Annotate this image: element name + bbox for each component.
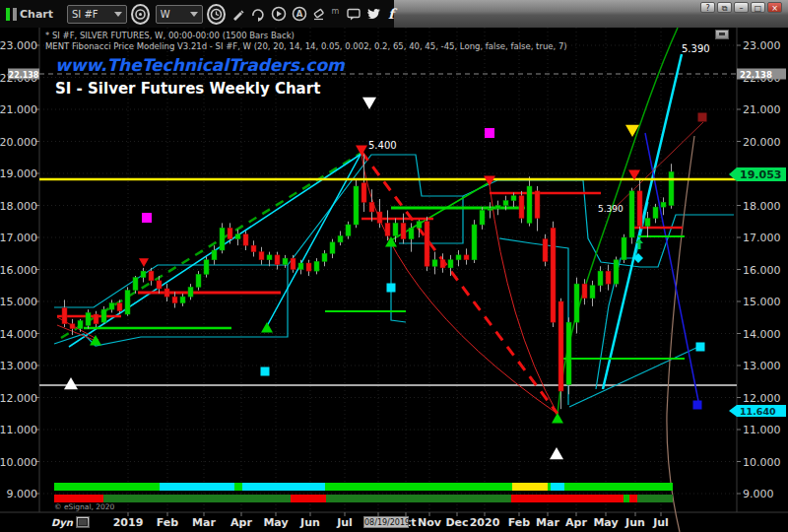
symbol-search-icon[interactable] <box>131 4 150 25</box>
candle-body <box>267 255 272 260</box>
candle-body <box>306 263 311 271</box>
y-axis-label: 21.000 <box>0 103 37 116</box>
y-axis-label: 14.000 <box>0 328 37 341</box>
triangle-up-marker <box>552 413 563 424</box>
triangle-down-marker <box>362 98 376 109</box>
price-tag-label: 22.138 <box>740 70 772 80</box>
chevron-down-icon <box>190 12 198 17</box>
y-axis-label: 13.000 <box>0 360 37 372</box>
chat-icon[interactable] <box>345 4 361 24</box>
eraser-icon[interactable] <box>311 4 328 24</box>
price-tag-label: 19.053 <box>740 168 781 181</box>
dyn-button[interactable]: Dyn <box>51 516 90 528</box>
maximize-button[interactable]: □ <box>751 2 765 13</box>
y-axis-label: 20.000 <box>743 136 781 149</box>
square-marker <box>485 128 494 138</box>
candle-body <box>440 260 445 268</box>
x-axis-label: Jul <box>336 516 353 529</box>
y-axis-label: 9.000 <box>743 488 774 500</box>
candle-body <box>456 255 461 260</box>
y-axis-label: 13.000 <box>743 360 781 372</box>
symbol-input[interactable]: SI #F <box>67 5 127 24</box>
candle-body <box>149 271 154 281</box>
candle-body <box>101 309 106 322</box>
candle-body <box>117 303 122 311</box>
candle-body <box>409 228 414 238</box>
y-axis-label: 16.000 <box>0 264 37 277</box>
candle-body <box>133 278 138 291</box>
time-template-icon[interactable] <box>207 4 226 25</box>
help-button[interactable]: ? <box>700 2 715 13</box>
candle-body <box>527 186 532 223</box>
candle-body <box>283 258 288 265</box>
tab-chart[interactable]: Chart <box>4 5 61 24</box>
candle-body <box>519 196 524 219</box>
candle-body <box>220 228 225 250</box>
pencil-icon[interactable] <box>230 4 246 24</box>
interval-select[interactable]: W <box>156 5 204 24</box>
square-marker <box>693 401 702 410</box>
candle-body <box>243 234 248 245</box>
signal-strip-segment <box>325 483 512 491</box>
date-tooltip: 08/19/2019 <box>363 516 409 528</box>
candle-body <box>109 303 114 310</box>
candle-body <box>385 223 390 235</box>
chart-text: 5.390 <box>598 204 624 214</box>
x-axis-label: Jun <box>624 516 645 529</box>
candle-body <box>551 228 556 322</box>
candle-body <box>574 284 579 322</box>
x-axis-label: Mar <box>192 516 216 529</box>
y-axis-label: 15.000 <box>0 296 37 308</box>
close-button[interactable]: × <box>767 2 782 13</box>
signal-strip-segment <box>103 495 291 502</box>
candle-body <box>125 291 130 314</box>
x-axis-label: Feb <box>157 516 179 529</box>
square-marker <box>387 284 396 293</box>
candle-body <box>511 196 516 201</box>
candle-body <box>212 250 217 260</box>
fib-band-line <box>569 348 696 407</box>
y-axis-label: 14.000 <box>743 328 781 341</box>
play-icon[interactable] <box>271 4 288 24</box>
signal-strip-segment <box>54 483 160 491</box>
price-tag-label: 22.138 <box>9 71 39 80</box>
candle-body <box>235 234 240 239</box>
candle-body <box>330 242 335 253</box>
x-axis-label: Jun <box>299 516 320 529</box>
facebook-icon[interactable]: f <box>388 6 394 22</box>
candle-body <box>645 219 650 227</box>
restore-button[interactable]: ⧉ <box>717 2 732 13</box>
candle-body <box>606 271 611 284</box>
minimize-button[interactable]: – <box>734 2 749 13</box>
redo-icon[interactable] <box>250 4 267 24</box>
twitter-icon[interactable] <box>365 4 382 24</box>
more-label[interactable]: m <box>332 7 340 16</box>
square-marker <box>696 343 705 352</box>
x-axis-label: 2020 <box>470 516 500 529</box>
candle-body <box>141 271 146 278</box>
candle-body <box>488 209 492 211</box>
chart-restore-icon[interactable] <box>715 30 729 39</box>
y-axis-label: 16.000 <box>743 264 781 277</box>
y-axis-label: 20.000 <box>0 136 37 149</box>
y-axis-label: 23.000 <box>743 39 781 52</box>
copyright-label: © eSignal, 2020 <box>54 502 114 511</box>
y-axis-label: 12.000 <box>0 392 37 405</box>
signal-strip-segment <box>242 483 325 491</box>
candle-body <box>480 210 485 225</box>
candle-body <box>275 255 280 265</box>
signal-strip-segment <box>548 483 551 491</box>
x-axis-label: May <box>593 516 618 529</box>
candle-body <box>535 191 540 219</box>
price-tag-label: 11.640 <box>740 406 776 417</box>
chart-toolbar: Chart SI #F W A m <box>0 0 394 28</box>
chart-text: 5.390 <box>682 43 710 54</box>
symbol-value: SI #F <box>72 9 98 20</box>
watermark: www.TheTechnicalTraders.com <box>55 55 345 75</box>
candle-body <box>614 260 619 284</box>
page-title: SI - Silver Futures Weekly Chart <box>55 80 320 98</box>
signal-strip-segment <box>637 495 673 502</box>
auto-trade-icon[interactable]: A <box>291 4 307 24</box>
candle-body <box>157 281 162 289</box>
candle-body <box>629 191 634 237</box>
